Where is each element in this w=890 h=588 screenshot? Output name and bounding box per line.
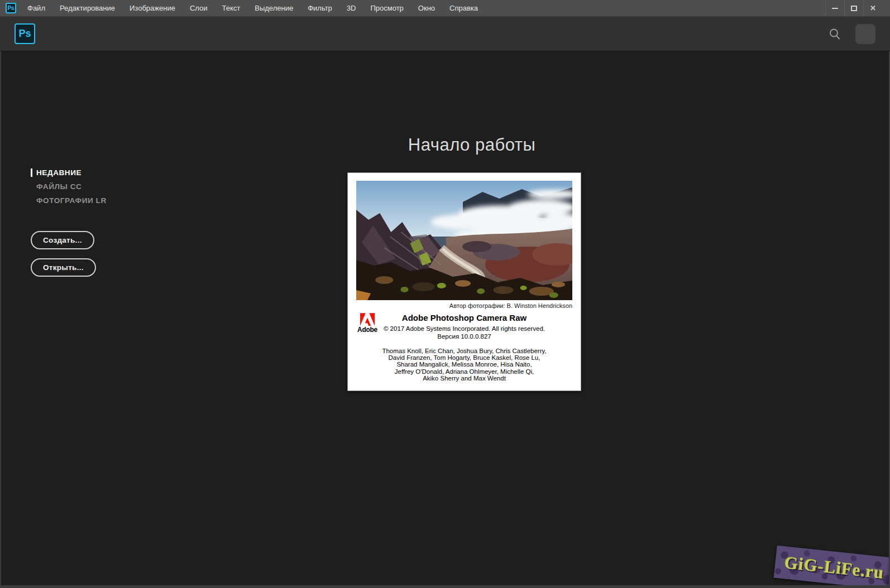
sidebar-item-lr-photos[interactable]: ФОТОГРАФИИ LR [31, 194, 107, 208]
credits-line: Thomas Knoll, Eric Chan, Joshua Bury, Ch… [356, 348, 572, 354]
credits-line: Jeffrey O'Donald, Adriana Ohlmeyer, Mich… [356, 368, 572, 375]
menu-file[interactable]: Файл [27, 4, 45, 12]
sidebar-item-label: ФОТОГРАФИИ LR [36, 196, 107, 205]
menu-select[interactable]: Выделение [255, 4, 293, 12]
copyright-line: © 2017 Adobe Systems Incorporated. All r… [356, 325, 572, 332]
photoshop-logo: Ps [15, 23, 35, 44]
toolbar-right-group [829, 24, 875, 44]
menu-filter[interactable]: Фильтр [308, 4, 332, 12]
credits-list: Thomas Knoll, Eric Chan, Joshua Bury, Ch… [356, 348, 572, 382]
adobe-brand: Adobe [355, 313, 380, 334]
start-workspace: Начало работы НЕДАВНИЕ ФАЙЛЫ CC ФОТОГРАФ… [0, 51, 890, 585]
minimize-icon [832, 8, 838, 9]
sidebar-item-recent[interactable]: НЕДАВНИЕ [31, 166, 107, 180]
menu-strip: Файл Редактирование Изображение Слои Тек… [27, 4, 492, 12]
splash-photo [356, 181, 572, 300]
menu-image[interactable]: Изображение [130, 4, 175, 12]
app-toolbar: Ps [0, 17, 890, 51]
ps-glyph: Ps [7, 5, 14, 11]
maximize-icon [851, 6, 857, 11]
watermark-banner: GiG-LiFe.ru [774, 546, 890, 585]
start-sidebar: НЕДАВНИЕ ФАЙЛЫ CC ФОТОГРАФИИ LR Создать.… [31, 166, 107, 277]
camera-raw-splash: Автор фотографии: B. Winston Hendrickson… [347, 172, 581, 391]
menu-help[interactable]: Справка [449, 4, 478, 12]
search-icon[interactable] [829, 28, 841, 40]
menu-type[interactable]: Текст [222, 4, 241, 12]
menu-3d[interactable]: 3D [347, 4, 356, 12]
credits-line: Akiko Sherry and Max Wendt [356, 375, 572, 382]
photo-credit: Автор фотографии: B. Winston Hendrickson [356, 302, 572, 309]
watermark-text: GiG-LiFe.ru [783, 553, 885, 584]
credits-line: Sharad Mangalick, Melissa Monroe, Hisa N… [356, 361, 572, 368]
menubar: Ps Файл Редактирование Изображение Слои … [0, 0, 890, 17]
photoshop-titlebar-icon: Ps [6, 3, 16, 13]
open-button[interactable]: Открыть... [31, 258, 96, 277]
credits-line: David Franzen, Tom Hogarty, Bruce Kaskel… [356, 354, 572, 361]
sidebar-item-label: ФАЙЛЫ CC [36, 182, 82, 191]
window-bottom-frame [0, 585, 890, 588]
version-line: Версия 10.0.0.827 [356, 333, 572, 340]
ps-glyph: Ps [18, 28, 31, 40]
sidebar-item-label: НЕДАВНИЕ [36, 168, 82, 177]
sidebar-item-cc-files[interactable]: ФАЙЛЫ CC [31, 180, 107, 194]
photoshop-window: Ps Файл Редактирование Изображение Слои … [0, 0, 890, 588]
page-title: Начало работы [355, 135, 589, 155]
menu-window[interactable]: Окно [418, 4, 435, 12]
active-indicator [31, 168, 32, 177]
window-controls: ✕ [825, 0, 882, 16]
splash-info: Adobe Adobe Photoshop Camera Raw © 2017 … [356, 313, 572, 382]
menu-layers[interactable]: Слои [190, 4, 208, 12]
product-title: Adobe Photoshop Camera Raw [356, 313, 572, 322]
close-button[interactable]: ✕ [863, 0, 882, 16]
create-button[interactable]: Создать... [31, 231, 94, 249]
adobe-wordmark: Adobe [355, 326, 380, 334]
maximize-button[interactable] [844, 0, 863, 16]
menu-edit[interactable]: Редактирование [60, 4, 115, 12]
close-icon: ✕ [870, 4, 876, 12]
sidebar-buttons: Создать... Открыть... [31, 231, 107, 277]
avatar[interactable] [855, 24, 875, 44]
adobe-logo-icon [360, 313, 375, 326]
minimize-button[interactable] [825, 0, 844, 16]
menu-view[interactable]: Просмотр [370, 4, 403, 12]
